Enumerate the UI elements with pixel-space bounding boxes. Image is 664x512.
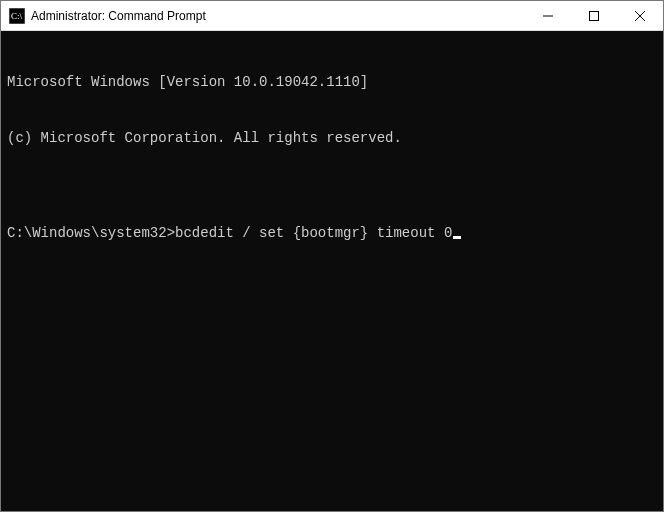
svg-rect-3 <box>590 11 599 20</box>
terminal-prompt: C:\Windows\system32> <box>7 225 175 241</box>
terminal-output-line: Microsoft Windows [Version 10.0.19042.11… <box>7 73 657 92</box>
terminal-area[interactable]: Microsoft Windows [Version 10.0.19042.11… <box>1 31 663 511</box>
terminal-command: bcdedit / set {bootmgr} timeout 0 <box>175 225 452 241</box>
close-button[interactable] <box>617 1 663 30</box>
window-title: Administrator: Command Prompt <box>31 9 525 23</box>
minimize-button[interactable] <box>525 1 571 30</box>
command-prompt-window: C:\ Administrator: Command Prompt Micros… <box>0 0 664 512</box>
window-controls <box>525 1 663 30</box>
terminal-prompt-line: C:\Windows\system32>bcdedit / set {bootm… <box>7 224 657 243</box>
cmd-icon: C:\ <box>9 8 25 24</box>
maximize-button[interactable] <box>571 1 617 30</box>
svg-text:C:\: C:\ <box>11 11 23 21</box>
titlebar[interactable]: C:\ Administrator: Command Prompt <box>1 1 663 31</box>
terminal-cursor <box>453 236 461 239</box>
terminal-output-line: (c) Microsoft Corporation. All rights re… <box>7 129 657 148</box>
